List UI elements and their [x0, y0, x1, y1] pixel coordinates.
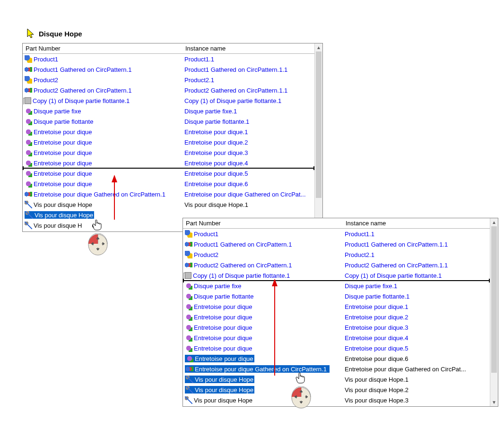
- window-title: Disque Hope: [39, 30, 82, 38]
- cell-part-number: Vis pour disque He: [23, 222, 182, 229]
- cell-part-number: Product2: [23, 76, 182, 84]
- table-row[interactable]: Entretoise pour diqueEntretoise pour diq…: [183, 301, 490, 312]
- table-row[interactable]: Product1 Gathered on CircPattern.1Produc…: [23, 64, 314, 75]
- cell-instance-name: Vis pour disque Hope.1: [182, 201, 314, 208]
- window-title-row: Disque Hope: [26, 28, 82, 39]
- col-part-number-2[interactable]: Part Number: [183, 218, 343, 228]
- table-row[interactable]: Entretoise pour diqueEntretoise pour diq…: [183, 322, 490, 333]
- gath-icon: [185, 240, 192, 248]
- table-row[interactable]: Copy (1) of Disque partie flottante.1Cop…: [183, 270, 490, 281]
- part-icon: [185, 303, 192, 310]
- cell-part-number: Disque partie flottante: [23, 118, 182, 125]
- instance-name-text: Entretoise pour dique.2: [184, 139, 248, 146]
- table-row[interactable]: Entretoise pour diqueEntretoise pour diq…: [23, 147, 314, 158]
- table-row[interactable]: Entretoise pour dique Gathered on CircPa…: [183, 364, 490, 374]
- cell-instance-name: Product2 Gathered on CircPattern.1.1: [343, 262, 474, 269]
- gath-icon: [25, 190, 32, 198]
- scrollbar-2[interactable]: ▲ ▼: [490, 218, 498, 406]
- table-row[interactable]: Entretoise pour diqueEntretoise pour diq…: [23, 137, 314, 147]
- table-row[interactable]: Product1Product1.1: [183, 229, 490, 239]
- table-row[interactable]: Entretoise pour diqueEntretoise pour diq…: [23, 168, 314, 179]
- vis-icon: [185, 396, 192, 404]
- cell-part-number: Entretoise pour dique: [183, 355, 343, 362]
- table-row[interactable]: Copy (1) of Disque partie flottante.1Cop…: [23, 95, 314, 106]
- part-icon: [186, 355, 193, 362]
- table-row[interactable]: Product2 Gathered on CircPattern.1Produc…: [183, 260, 490, 270]
- cell-instance-name: Copy (1) of Disque partie flottante.1: [343, 272, 474, 279]
- table-row[interactable]: Product2 Gathered on CircPattern.1Produc…: [23, 85, 314, 95]
- scroll-thumb-2[interactable]: [491, 226, 497, 373]
- table-row[interactable]: Disque partie flottanteDisque partie flo…: [183, 291, 490, 301]
- part-number-text: Entretoise pour dique: [34, 139, 92, 146]
- part-number-text: Entretoise pour dique: [194, 314, 252, 321]
- table-row[interactable]: Entretoise pour diqueEntretoise pour diq…: [183, 353, 490, 364]
- cell-part-number: Product1 Gathered on CircPattern.1: [23, 66, 182, 73]
- col-part-number[interactable]: Part Number: [23, 43, 182, 53]
- gath-icon: [25, 86, 32, 94]
- cell-instance-name: Entretoise pour dique.2: [182, 139, 314, 146]
- cursor-arrow-icon: [26, 28, 35, 39]
- table-row[interactable]: Vis pour disque HopeVis pour disque Hope…: [183, 385, 490, 395]
- table-row[interactable]: Entretoise pour diqueEntretoise pour diq…: [183, 312, 490, 322]
- cell-part-number: Entretoise pour dique: [23, 149, 182, 156]
- cell-part-number: Vis pour disque Hope: [183, 396, 343, 404]
- part-icon: [185, 292, 192, 300]
- scroll-up-icon[interactable]: ▲: [315, 43, 322, 51]
- cell-instance-name: Disque partie fixe.1: [182, 108, 314, 115]
- scrollbar-1[interactable]: ▲ ▼: [314, 43, 322, 231]
- instance-name-text: Entretoise pour dique.1: [184, 128, 248, 136]
- instance-name-text: Entretoise pour dique.4: [345, 334, 408, 342]
- cell-part-number: Vis pour disque Hope: [183, 386, 343, 394]
- table-row[interactable]: Disque partie flottanteDisque partie flo…: [23, 116, 314, 127]
- scroll-thumb-1[interactable]: [316, 51, 322, 198]
- part-number-text: Entretoise pour dique: [34, 170, 92, 177]
- table-row[interactable]: Product2Product2.1: [23, 75, 314, 85]
- cell-instance-name: Product2.1: [182, 77, 314, 84]
- cell-instance-name: Product2.1: [343, 251, 474, 258]
- part-number-text: Entretoise pour dique: [194, 345, 252, 352]
- part-number-text: Vis pour disque Hope: [35, 212, 93, 219]
- table-row[interactable]: Entretoise pour diqueEntretoise pour diq…: [23, 127, 314, 137]
- table-row[interactable]: Vis pour disque HopeVis pour disque Hope…: [183, 374, 490, 385]
- part-icon: [25, 138, 32, 146]
- table-row[interactable]: Disque partie fixeDisque partie fixe.1: [183, 281, 490, 291]
- table-row[interactable]: Entretoise pour diqueEntretoise pour diq…: [23, 158, 314, 168]
- part-number-text: Entretoise pour dique: [194, 324, 252, 331]
- part-number-text: Copy (1) of Disque partie flottante.1: [193, 272, 290, 279]
- part-number-text: Entretoise pour dique: [34, 180, 92, 188]
- cell-instance-name: Entretoise pour dique.1: [182, 128, 314, 136]
- cell-instance-name: Entretoise pour dique Gathered on CircPa…: [343, 366, 474, 373]
- vis-icon: [186, 376, 193, 383]
- col-instance-name[interactable]: Instance name: [182, 43, 314, 53]
- instance-name-text: Entretoise pour dique.3: [184, 149, 248, 156]
- table-row[interactable]: Product2Product2.1: [183, 249, 490, 260]
- table-row[interactable]: Entretoise pour diqueEntretoise pour diq…: [183, 343, 490, 353]
- table-row[interactable]: Entretoise pour dique Gathered on CircPa…: [23, 189, 314, 199]
- table-row[interactable]: Vis pour disque HopeVis pour disque Hope…: [183, 395, 490, 405]
- table-row[interactable]: Product1Product1.1: [23, 54, 314, 64]
- copy-icon: [185, 272, 191, 279]
- part-number-text: Disque partie flottante: [34, 118, 93, 125]
- scroll-down-icon-2[interactable]: ▼: [490, 398, 498, 406]
- scroll-up-icon-2[interactable]: ▲: [490, 218, 498, 226]
- prod-icon: [185, 230, 192, 238]
- cell-part-number: Copy (1) of Disque partie flottante.1: [23, 97, 182, 104]
- table-row[interactable]: Entretoise pour diqueEntretoise pour diq…: [23, 179, 314, 189]
- col-instance-name-2[interactable]: Instance name: [343, 218, 474, 228]
- instance-name-text: Entretoise pour dique Gathered on CircPa…: [184, 191, 306, 198]
- table-row[interactable]: Vis pour disque HopeVis pour disque Hope…: [23, 199, 314, 210]
- part-number-text: Vis pour disque Hope: [194, 397, 252, 404]
- table-row[interactable]: Entretoise pour diqueEntretoise pour diq…: [183, 333, 490, 343]
- part-number-text: Disque partie flottante: [194, 293, 253, 300]
- svg-point-4: [88, 234, 107, 255]
- table-row[interactable]: Product1 Gathered on CircPattern.1Produc…: [183, 239, 490, 249]
- cell-part-number: Entretoise pour dique: [183, 324, 343, 331]
- part-number-text: Entretoise pour dique Gathered on CircPa…: [195, 366, 327, 373]
- part-number-text: Product1: [194, 231, 218, 238]
- copy-icon: [25, 97, 31, 104]
- instance-name-text: Entretoise pour dique.1: [345, 303, 408, 310]
- table-row[interactable]: Disque partie fixeDisque partie fixe.1: [23, 106, 314, 116]
- vis-icon: [25, 222, 32, 229]
- part-number-text: Product2 Gathered on CircPattern.1: [194, 262, 292, 269]
- svg-marker-6: [96, 237, 99, 239]
